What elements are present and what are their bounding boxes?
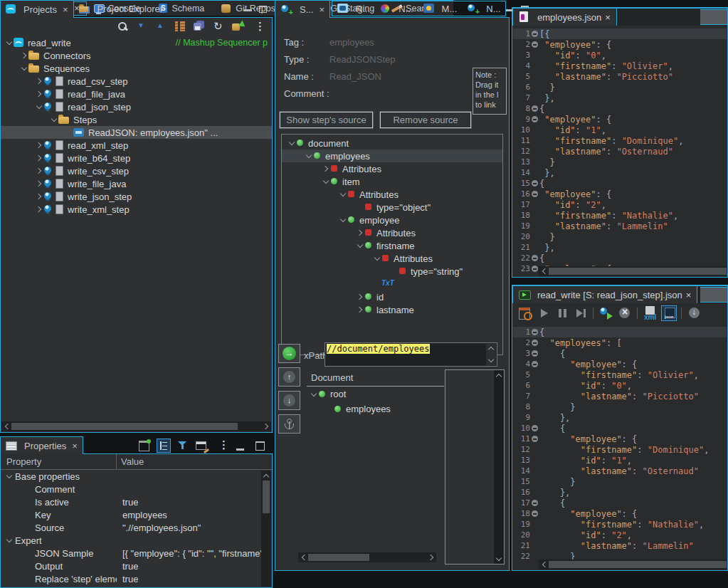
- expander-icon[interactable]: [5, 562, 15, 570]
- separator-icon[interactable]: [591, 305, 596, 321]
- scrollbar-thumb[interactable]: [263, 481, 270, 513]
- xml-node-row[interactable]: employees: [282, 149, 502, 162]
- document-node-row[interactable]: employees: [307, 401, 444, 416]
- close-icon[interactable]: ×: [320, 4, 325, 15]
- tree-row[interactable]: write_xml_step: [1, 203, 272, 216]
- xml-node-row[interactable]: [282, 278, 502, 290]
- move-down-button[interactable]: ↓: [278, 391, 300, 410]
- fold-marker-icon[interactable]: [530, 242, 539, 253]
- expander-icon[interactable]: [20, 64, 28, 73]
- fold-marker-icon[interactable]: [530, 519, 539, 530]
- horizontal-scrollbar[interactable]: [298, 552, 436, 562]
- search-icon[interactable]: [116, 20, 130, 34]
- vertical-scrollbar[interactable]: [494, 370, 504, 564]
- expander-icon[interactable]: [5, 38, 14, 47]
- close-icon[interactable]: ×: [605, 12, 611, 23]
- json-view-icon[interactable]: [661, 305, 677, 321]
- fold-marker-icon[interactable]: [530, 135, 539, 146]
- fold-marker-icon[interactable]: [530, 380, 539, 391]
- close-icon[interactable]: ×: [686, 290, 692, 300]
- expander-icon[interactable]: [356, 241, 364, 250]
- scroll-left-icon[interactable]: [1, 421, 11, 431]
- property-row[interactable]: Replace 'step' element true: [1, 572, 272, 585]
- fold-marker-icon[interactable]: [530, 61, 539, 71]
- import-icon[interactable]: [231, 20, 246, 34]
- fold-marker-icon[interactable]: [530, 39, 539, 50]
- expander-icon[interactable]: [373, 254, 381, 263]
- tab-read-write-json[interactable]: read_write [S: read_json_step].json ×: [512, 286, 697, 303]
- fold-marker-icon[interactable]: [530, 71, 539, 82]
- stop-icon[interactable]: [617, 305, 633, 321]
- menu-icon[interactable]: [214, 439, 228, 453]
- fold-marker-icon[interactable]: [530, 337, 539, 348]
- xml-node-row[interactable]: item: [282, 175, 502, 188]
- xml-node-row[interactable]: Attributes: [282, 188, 502, 201]
- expander-icon[interactable]: [35, 167, 43, 175]
- pause-icon[interactable]: [554, 305, 570, 321]
- fold-marker-icon[interactable]: [530, 221, 539, 231]
- fold-marker-icon[interactable]: [530, 253, 539, 263]
- fold-marker-icon[interactable]: [530, 359, 539, 369]
- menu-icon[interactable]: [250, 20, 265, 34]
- close-icon[interactable]: ×: [63, 4, 68, 15]
- tree-row[interactable]: read_csv_step: [1, 75, 272, 88]
- table-edit-icon[interactable]: [195, 439, 209, 453]
- maximize-icon[interactable]: [259, 6, 267, 13]
- expander-icon[interactable]: [373, 280, 381, 288]
- expander-icon[interactable]: [35, 179, 43, 188]
- property-row[interactable]: Output true: [1, 560, 272, 572]
- vertical-scrollbar[interactable]: [261, 471, 271, 587]
- expander-icon[interactable]: [50, 115, 58, 124]
- expander-icon[interactable]: [322, 164, 330, 173]
- tree-row[interactable]: Sequences: [1, 62, 272, 75]
- expander-icon[interactable]: [20, 51, 28, 60]
- expander-icon[interactable]: [356, 305, 364, 314]
- tree-row[interactable]: read_xml_step: [1, 139, 272, 152]
- anchor-button[interactable]: [278, 414, 300, 434]
- scroll-right-icon[interactable]: [261, 421, 271, 431]
- column-header-value[interactable]: Value: [117, 456, 144, 467]
- fold-marker-icon[interactable]: [530, 444, 539, 455]
- fold-marker-icon[interactable]: [530, 487, 539, 498]
- download-icon[interactable]: [687, 305, 702, 321]
- scrollbar-thumb[interactable]: [11, 423, 238, 430]
- expander-icon[interactable]: [356, 229, 364, 237]
- property-row[interactable]: Key employees: [1, 508, 272, 521]
- expander-icon[interactable]: [322, 177, 330, 186]
- tree-row[interactable]: read_json_step: [1, 100, 272, 113]
- save-all-icon[interactable]: [193, 20, 207, 34]
- fold-marker-icon[interactable]: [530, 231, 539, 242]
- expander-icon[interactable]: [356, 203, 364, 211]
- fold-marker-icon[interactable]: [530, 401, 539, 412]
- fold-marker-icon[interactable]: [530, 28, 539, 39]
- tab-projects[interactable]: Projects ×: [0, 0, 74, 18]
- xml-node-row[interactable]: firstname: [282, 239, 502, 252]
- fold-marker-icon[interactable]: [530, 82, 539, 93]
- fold-marker-icon[interactable]: [530, 178, 539, 189]
- fold-marker-icon[interactable]: [530, 199, 539, 210]
- tab-properties[interactable]: Properties ×: [0, 436, 83, 454]
- expander-icon[interactable]: [35, 154, 43, 162]
- fold-marker-icon[interactable]: [530, 412, 539, 423]
- fold-marker-icon[interactable]: [530, 157, 539, 167]
- property-row[interactable]: Source ".//employees.json": [1, 521, 272, 534]
- tree-row[interactable]: read_file_java: [1, 88, 272, 100]
- expander-icon[interactable]: [339, 190, 347, 199]
- xml-node-row[interactable]: type="object": [282, 201, 502, 214]
- expander-icon[interactable]: [310, 390, 318, 399]
- expander-icon[interactable]: [287, 139, 296, 147]
- property-row[interactable]: Is active true: [1, 495, 272, 508]
- fold-marker-icon[interactable]: [530, 476, 539, 487]
- xml-node-row[interactable]: employee: [282, 214, 502, 226]
- horizontal-scrollbar[interactable]: [1, 421, 271, 431]
- arrow-up-icon[interactable]: [154, 20, 169, 34]
- expander-icon[interactable]: [35, 192, 43, 201]
- expander-icon[interactable]: [35, 205, 43, 214]
- pin-view-icon[interactable]: [137, 439, 152, 453]
- expander-icon[interactable]: [5, 510, 15, 519]
- property-row[interactable]: Base properties: [1, 470, 272, 483]
- scroll-left-icon[interactable]: [539, 266, 549, 276]
- view-tab[interactable]: M...: [418, 1, 463, 16]
- close-icon[interactable]: ×: [72, 441, 78, 451]
- fold-marker-icon[interactable]: [530, 146, 539, 157]
